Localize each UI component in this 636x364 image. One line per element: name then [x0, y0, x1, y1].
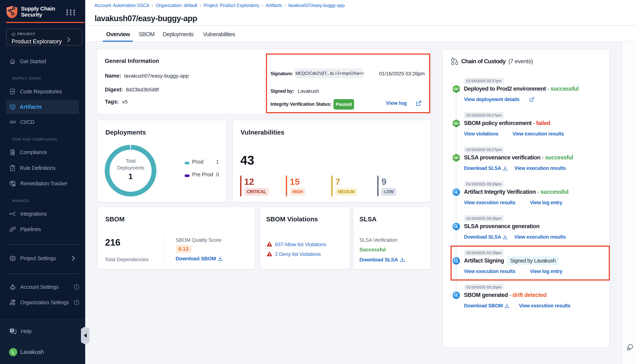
svg-text:?: ?: [11, 329, 13, 332]
